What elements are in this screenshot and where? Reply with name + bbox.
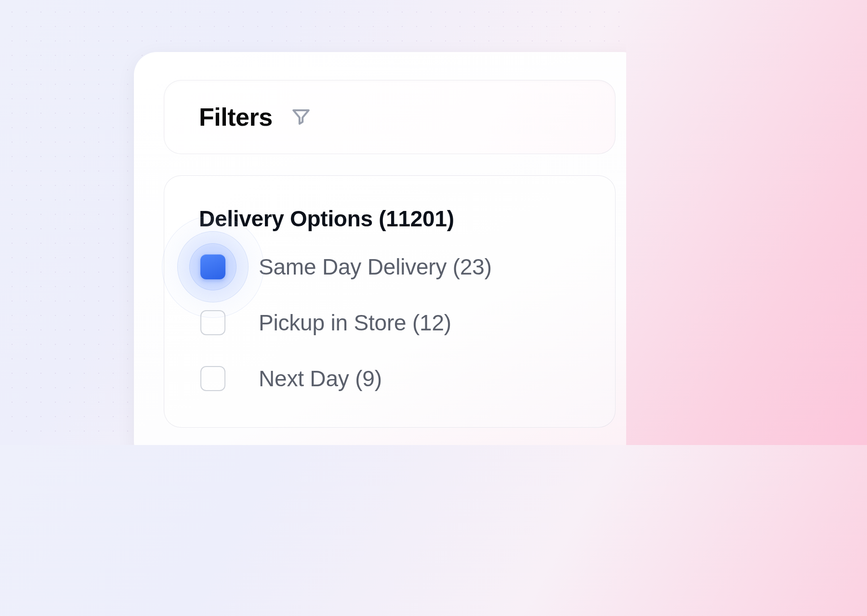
option-label: Next Day (9)	[259, 366, 382, 392]
option-same-day-delivery[interactable]: Same Day Delivery (23)	[199, 253, 580, 281]
filters-panel: Filters Delivery Options (11201) Same Da…	[134, 52, 626, 445]
panel-title: Filters	[199, 103, 273, 131]
checkbox-unchecked-icon	[200, 310, 225, 335]
section-title: Delivery Options (11201)	[199, 206, 580, 232]
checkbox-pickup-in-store[interactable]	[199, 309, 227, 337]
option-label: Pickup in Store (12)	[259, 310, 451, 336]
option-pickup-in-store[interactable]: Pickup in Store (12)	[199, 309, 580, 337]
checkbox-unchecked-icon	[200, 366, 225, 391]
delivery-options-group: Delivery Options (11201) Same Day Delive…	[164, 175, 616, 428]
checkbox-same-day-delivery[interactable]	[199, 253, 227, 281]
filters-header: Filters	[164, 80, 616, 154]
funnel-icon	[291, 107, 311, 127]
checkbox-checked-icon	[200, 254, 225, 279]
option-label: Same Day Delivery (23)	[259, 254, 492, 280]
option-next-day[interactable]: Next Day (9)	[199, 365, 580, 393]
checkbox-next-day[interactable]	[199, 365, 227, 393]
